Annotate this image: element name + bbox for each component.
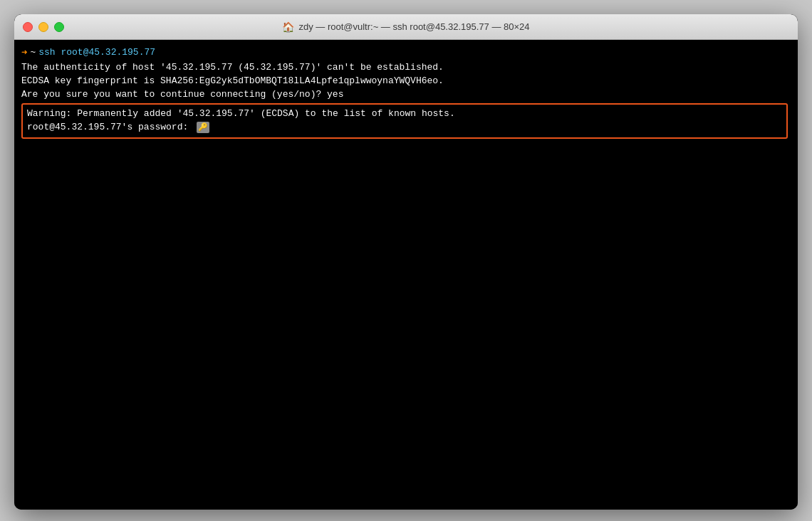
highlighted-warning-box: Warning: Permanently added '45.32.195.77… [21,103,788,139]
warning-line: Warning: Permanently added '45.32.195.77… [27,107,782,121]
terminal-body[interactable]: ➜ ~ ssh root@45.32.195.77 The authentici… [14,40,798,510]
close-button[interactable] [23,22,33,32]
prompt-command: ssh root@45.32.195.77 [38,46,155,60]
window-title: 🏠 zdy — root@vultr:~ — ssh root@45.32.19… [282,21,529,33]
password-line: root@45.32.195.77's password: 🔑 [27,121,782,135]
key-icon: 🔑 [197,122,209,133]
titlebar: 🏠 zdy — root@vultr:~ — ssh root@45.32.19… [14,14,798,40]
terminal-icon: 🏠 [282,21,294,33]
line-1: The authenticity of host '45.32.195.77 (… [21,61,791,75]
minimize-button[interactable] [38,22,48,32]
terminal-window: 🏠 zdy — root@vultr:~ — ssh root@45.32.19… [14,14,798,510]
prompt-arrow: ➜ [21,46,27,60]
window-title-text: zdy — root@vultr:~ — ssh root@45.32.195.… [298,21,529,32]
password-text: root@45.32.195.77's password: [27,121,194,135]
traffic-lights [23,22,64,32]
line-2: ECDSA key fingerprint is SHA256:EgG2yk5d… [21,75,791,88]
prompt-tilde: ~ [30,46,36,60]
line-3: Are you sure you want to continue connec… [21,88,791,102]
prompt-line: ➜ ~ ssh root@45.32.195.77 [21,46,791,60]
maximize-button[interactable] [54,22,64,32]
